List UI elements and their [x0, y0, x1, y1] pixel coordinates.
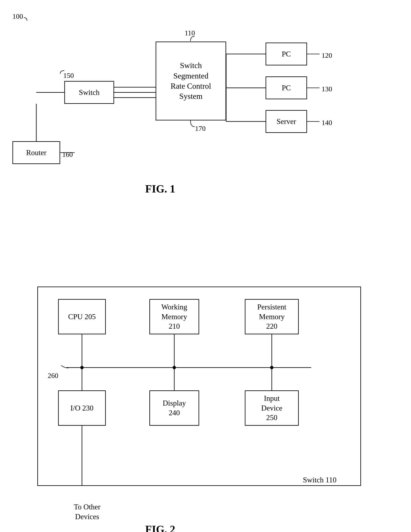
pc-130-box: PC: [265, 76, 307, 99]
ref-160: 160: [62, 151, 73, 158]
persistent-memory-220-box: PersistentMemory220: [245, 299, 299, 334]
pc-130-label: PC: [282, 84, 291, 92]
ref-260: 260: [48, 372, 58, 380]
fig2-diagram: Switch 110 CPU 205: [0, 266, 411, 532]
ref-170: 170: [195, 124, 206, 133]
input-device-250-box: InputDevice250: [245, 390, 299, 426]
switch110-label: Switch 110: [303, 475, 337, 484]
ref-140: 140: [322, 119, 332, 127]
inp-label: InputDevice250: [261, 393, 282, 423]
pc-120-box: PC: [265, 43, 307, 66]
ref-100: 100: [12, 12, 23, 20]
pc-120-label: PC: [282, 50, 291, 58]
display-240-box: Display240: [149, 390, 199, 426]
cpu-205-box: CPU 205: [58, 299, 106, 334]
fig1-diagram: 100: [0, 0, 411, 249]
switch-src-label: SwitchSegmentedRate ControlSystem: [171, 60, 211, 102]
disp-label: Display240: [163, 398, 186, 418]
cpu-205-label: CPU 205: [68, 312, 96, 322]
server-140-label: Server: [277, 117, 296, 126]
io-label: I/O 230: [71, 403, 94, 413]
fig2-caption: FIG. 2: [145, 523, 175, 532]
ref-150: 150: [63, 72, 74, 79]
ref-120: 120: [322, 51, 332, 59]
server-140-box: Server: [265, 110, 307, 133]
switch-src-box: SwitchSegmentedRate ControlSystem: [155, 41, 226, 120]
ref-130: 130: [322, 85, 332, 93]
switch-150-box: Switch: [64, 81, 114, 104]
switch-150-label: Switch: [79, 88, 100, 97]
to-other-devices-label: To Other Devices: [64, 502, 110, 522]
io-230-box: I/O 230: [58, 390, 106, 426]
working-memory-210-box: WorkingMemory210: [149, 299, 199, 334]
router-160-box: Router: [12, 141, 60, 164]
fig1-caption: FIG. 1: [145, 183, 175, 195]
pm-label: PersistentMemory220: [257, 302, 286, 331]
wm-label: WorkingMemory210: [161, 302, 187, 331]
router-160-label: Router: [26, 148, 46, 157]
ref-110: 110: [185, 29, 195, 37]
